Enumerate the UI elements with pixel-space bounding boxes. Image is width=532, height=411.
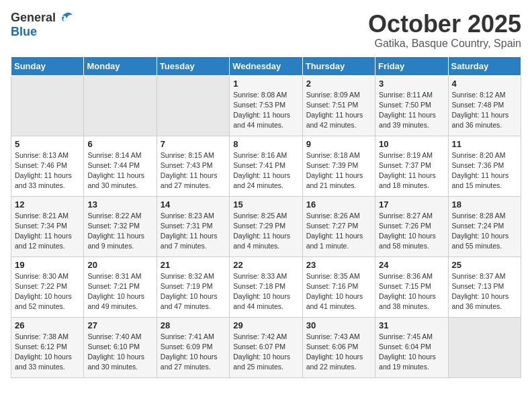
logo: General Blue [11,11,73,39]
day-info: Sunrise: 8:19 AM Sunset: 7:37 PM Dayligh… [379,150,444,191]
day-number: 2 [306,79,371,89]
day-header-sunday: Sunday [11,56,84,75]
day-info: Sunrise: 8:22 AM Sunset: 7:32 PM Dayligh… [87,211,152,252]
day-info: Sunrise: 8:25 AM Sunset: 7:29 PM Dayligh… [233,211,298,252]
day-number: 30 [306,320,371,330]
day-info: Sunrise: 8:18 AM Sunset: 7:39 PM Dayligh… [306,150,371,191]
calendar-cell: 25Sunrise: 8:37 AM Sunset: 7:13 PM Dayli… [448,257,521,317]
day-header-monday: Monday [84,56,157,75]
day-number: 22 [233,260,298,270]
day-number: 10 [379,139,444,149]
day-number: 5 [15,139,80,149]
day-number: 13 [87,199,152,210]
day-number: 26 [15,320,80,330]
calendar-cell: 14Sunrise: 8:23 AM Sunset: 7:31 PM Dayli… [157,196,229,257]
day-number: 14 [161,199,226,210]
day-number: 4 [452,79,517,89]
day-info: Sunrise: 8:12 AM Sunset: 7:48 PM Dayligh… [452,90,517,131]
calendar-cell: 19Sunrise: 8:30 AM Sunset: 7:22 PM Dayli… [11,257,84,317]
day-info: Sunrise: 8:35 AM Sunset: 7:16 PM Dayligh… [306,271,371,312]
week-row-4: 19Sunrise: 8:30 AM Sunset: 7:22 PM Dayli… [11,257,521,317]
calendar-cell: 17Sunrise: 8:27 AM Sunset: 7:26 PM Dayli… [375,196,448,257]
calendar-cell: 29Sunrise: 7:42 AM Sunset: 6:07 PM Dayli… [230,317,302,377]
location-subtitle: Gatika, Basque Country, Spain [368,38,521,50]
day-number: 15 [233,199,298,210]
day-info: Sunrise: 8:33 AM Sunset: 7:18 PM Dayligh… [233,271,298,312]
calendar-table: SundayMondayTuesdayWednesdayThursdayFrid… [11,56,521,378]
day-info: Sunrise: 8:30 AM Sunset: 7:22 PM Dayligh… [15,271,80,312]
calendar-cell: 15Sunrise: 8:25 AM Sunset: 7:29 PM Dayli… [230,196,302,257]
day-number: 16 [306,199,371,210]
day-number: 29 [233,320,298,330]
calendar-cell: 9Sunrise: 8:18 AM Sunset: 7:39 PM Daylig… [302,136,375,196]
day-info: Sunrise: 8:09 AM Sunset: 7:51 PM Dayligh… [306,90,371,131]
header-row: SundayMondayTuesdayWednesdayThursdayFrid… [11,56,521,75]
logo-general: General [11,11,56,25]
calendar-cell: 22Sunrise: 8:33 AM Sunset: 7:18 PM Dayli… [230,257,302,317]
calendar-cell: 13Sunrise: 8:22 AM Sunset: 7:32 PM Dayli… [84,196,157,257]
day-number: 31 [379,320,444,330]
day-info: Sunrise: 8:36 AM Sunset: 7:15 PM Dayligh… [379,271,444,312]
day-number: 18 [452,199,517,210]
calendar-cell: 26Sunrise: 7:38 AM Sunset: 6:12 PM Dayli… [11,317,84,377]
day-info: Sunrise: 8:14 AM Sunset: 7:44 PM Dayligh… [87,150,152,191]
day-info: Sunrise: 8:20 AM Sunset: 7:36 PM Dayligh… [452,150,517,191]
day-number: 9 [306,139,371,149]
calendar-cell: 16Sunrise: 8:26 AM Sunset: 7:27 PM Dayli… [302,196,375,257]
day-info: Sunrise: 8:13 AM Sunset: 7:46 PM Dayligh… [15,150,80,191]
calendar-cell [11,75,84,136]
calendar-cell [84,75,157,136]
month-title: October 2025 [368,11,521,38]
calendar-cell: 10Sunrise: 8:19 AM Sunset: 7:37 PM Dayli… [375,136,448,196]
day-number: 3 [379,79,444,89]
calendar-cell: 6Sunrise: 8:14 AM Sunset: 7:44 PM Daylig… [84,136,157,196]
day-info: Sunrise: 8:15 AM Sunset: 7:43 PM Dayligh… [161,150,226,191]
day-number: 28 [161,320,226,330]
calendar-cell: 30Sunrise: 7:43 AM Sunset: 6:06 PM Dayli… [302,317,375,377]
day-info: Sunrise: 7:45 AM Sunset: 6:04 PM Dayligh… [379,332,444,373]
day-info: Sunrise: 8:08 AM Sunset: 7:53 PM Dayligh… [233,90,298,131]
day-info: Sunrise: 8:11 AM Sunset: 7:50 PM Dayligh… [379,90,444,131]
day-info: Sunrise: 7:41 AM Sunset: 6:09 PM Dayligh… [161,332,226,373]
day-number: 1 [233,79,298,89]
calendar-cell: 18Sunrise: 8:28 AM Sunset: 7:24 PM Dayli… [448,196,521,257]
day-number: 20 [87,260,152,270]
day-info: Sunrise: 8:23 AM Sunset: 7:31 PM Dayligh… [161,211,226,252]
day-header-thursday: Thursday [302,56,375,75]
day-number: 21 [161,260,226,270]
calendar-cell: 7Sunrise: 8:15 AM Sunset: 7:43 PM Daylig… [157,136,229,196]
day-number: 11 [452,139,517,149]
week-row-2: 5Sunrise: 8:13 AM Sunset: 7:46 PM Daylig… [11,136,521,196]
day-info: Sunrise: 8:21 AM Sunset: 7:34 PM Dayligh… [15,211,80,252]
page-header: General Blue October 2025 Gatika, Basque… [11,11,521,50]
day-number: 6 [87,139,152,149]
day-info: Sunrise: 7:40 AM Sunset: 6:10 PM Dayligh… [87,332,152,373]
day-number: 19 [15,260,80,270]
calendar-cell: 24Sunrise: 8:36 AM Sunset: 7:15 PM Dayli… [375,257,448,317]
calendar-cell: 1Sunrise: 8:08 AM Sunset: 7:53 PM Daylig… [230,75,302,136]
day-info: Sunrise: 8:26 AM Sunset: 7:27 PM Dayligh… [306,211,371,252]
title-block: October 2025 Gatika, Basque Country, Spa… [368,11,521,50]
day-info: Sunrise: 8:32 AM Sunset: 7:19 PM Dayligh… [161,271,226,312]
logo-blue: Blue [11,25,37,38]
day-info: Sunrise: 7:43 AM Sunset: 6:06 PM Dayligh… [306,332,371,373]
calendar-cell: 31Sunrise: 7:45 AM Sunset: 6:04 PM Dayli… [375,317,448,377]
calendar-cell [157,75,229,136]
day-info: Sunrise: 8:16 AM Sunset: 7:41 PM Dayligh… [233,150,298,191]
calendar-cell [448,317,521,377]
day-number: 12 [15,199,80,210]
calendar-cell: 2Sunrise: 8:09 AM Sunset: 7:51 PM Daylig… [302,75,375,136]
day-info: Sunrise: 7:38 AM Sunset: 6:12 PM Dayligh… [15,332,80,373]
day-number: 27 [87,320,152,330]
calendar-cell: 28Sunrise: 7:41 AM Sunset: 6:09 PM Dayli… [157,317,229,377]
day-header-saturday: Saturday [448,56,521,75]
calendar-cell: 11Sunrise: 8:20 AM Sunset: 7:36 PM Dayli… [448,136,521,196]
week-row-1: 1Sunrise: 8:08 AM Sunset: 7:53 PM Daylig… [11,75,521,136]
week-row-3: 12Sunrise: 8:21 AM Sunset: 7:34 PM Dayli… [11,196,521,257]
calendar-cell: 27Sunrise: 7:40 AM Sunset: 6:10 PM Dayli… [84,317,157,377]
day-number: 24 [379,260,444,270]
day-number: 7 [161,139,226,149]
day-number: 17 [379,199,444,210]
day-header-wednesday: Wednesday [230,56,302,75]
calendar-cell: 23Sunrise: 8:35 AM Sunset: 7:16 PM Dayli… [302,257,375,317]
